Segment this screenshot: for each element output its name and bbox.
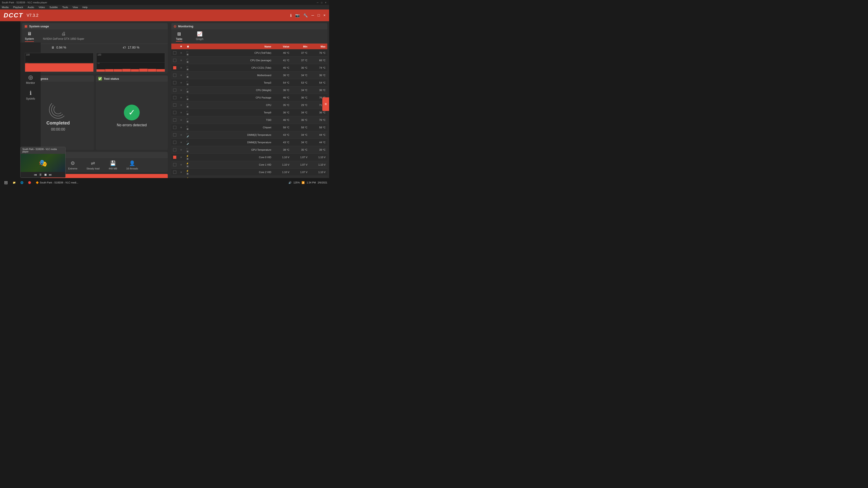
row-star[interactable]: ★ <box>178 154 184 161</box>
checkbox-3[interactable] <box>173 74 176 77</box>
cpu-option-steady-load[interactable]: ⇌ Steady load <box>86 160 99 170</box>
star-icon-9[interactable]: ★ <box>180 119 182 122</box>
close-app-btn[interactable]: × <box>323 13 326 18</box>
row-checkbox[interactable] <box>171 131 178 139</box>
row-star[interactable]: ★ <box>178 87 184 94</box>
star-icon-3[interactable]: ★ <box>180 74 182 77</box>
row-star[interactable]: ★ <box>178 101 184 109</box>
checkbox-9[interactable] <box>173 119 176 122</box>
taskbar-edge[interactable]: 🌐 <box>19 178 25 187</box>
star-icon-11[interactable]: ★ <box>180 133 182 136</box>
tab-graph[interactable]: 📈 Graph <box>196 31 204 41</box>
maximize-btn[interactable]: □ <box>320 1 323 4</box>
checkbox-1[interactable] <box>173 59 176 62</box>
star-icon-2[interactable]: ★ <box>180 66 182 69</box>
tab-system[interactable]: 🖥 System <box>25 31 34 42</box>
star-icon-14[interactable]: ★ <box>180 156 182 159</box>
checkbox-13[interactable] <box>173 148 176 151</box>
row-checkbox[interactable] <box>171 161 178 168</box>
row-checkbox[interactable] <box>171 94 178 101</box>
vlc-stop-btn[interactable]: ⏹ <box>44 173 47 176</box>
start-menu-btn[interactable]: ⊞ <box>2 178 10 187</box>
row-star[interactable]: ★ <box>178 49 184 57</box>
star-icon-6[interactable]: ★ <box>180 96 182 99</box>
vlc-pause-btn[interactable]: ⏸ <box>39 173 42 176</box>
row-checkbox[interactable] <box>171 154 178 161</box>
red-side-tab[interactable]: ≡ <box>322 97 329 111</box>
star-icon-4[interactable]: ★ <box>180 81 182 84</box>
taskbar-dcct[interactable]: 🔴 <box>26 178 33 187</box>
star-icon-13[interactable]: ★ <box>180 148 182 151</box>
cpu-option-memory[interactable]: 💾 448 MB <box>108 160 117 170</box>
row-star[interactable]: ★ <box>178 79 184 87</box>
info-icon[interactable]: ℹ <box>290 13 291 18</box>
row-checkbox[interactable] <box>171 146 178 154</box>
close-btn[interactable]: × <box>324 1 327 4</box>
menu-playback[interactable]: Playback <box>12 6 24 8</box>
row-star[interactable]: ★ <box>178 161 184 168</box>
checkbox-2[interactable] <box>173 66 176 69</box>
menu-subtitle[interactable]: Subtitle <box>49 6 59 8</box>
checkbox-6[interactable] <box>173 96 176 99</box>
row-checkbox[interactable] <box>171 64 178 72</box>
row-star[interactable]: ★ <box>178 131 184 139</box>
star-icon-1[interactable]: ★ <box>180 59 182 62</box>
checkbox-7[interactable] <box>173 103 176 107</box>
row-star[interactable]: ★ <box>178 64 184 72</box>
sidebar-item-sysinfo[interactable]: ℹ SysInfo <box>22 88 39 103</box>
menu-tools[interactable]: Tools <box>61 6 69 8</box>
checkbox-10[interactable] <box>173 126 176 129</box>
minimize-btn[interactable]: ─ <box>316 1 319 4</box>
row-star[interactable]: ★ <box>178 72 184 79</box>
checkbox-5[interactable] <box>173 89 176 92</box>
maximize-app-btn[interactable]: □ <box>318 13 320 18</box>
row-checkbox[interactable] <box>171 168 178 176</box>
menu-audio[interactable]: Audio <box>27 6 35 8</box>
row-star[interactable]: ★ <box>178 146 184 154</box>
row-star[interactable]: ★ <box>178 139 184 146</box>
star-icon-7[interactable]: ★ <box>180 103 182 107</box>
row-checkbox[interactable] <box>171 101 178 109</box>
row-checkbox[interactable] <box>171 72 178 79</box>
row-checkbox[interactable] <box>171 79 178 87</box>
row-star[interactable]: ★ <box>178 124 184 131</box>
tab-table[interactable]: ⊞ Table <box>176 31 182 41</box>
star-icon-10[interactable]: ★ <box>180 126 182 129</box>
sidebar-item-monitor[interactable]: ◎ Monitor <box>22 72 39 87</box>
menu-help[interactable]: Help <box>82 6 89 8</box>
tab-gpu[interactable]: 🖨 NVIDIA GeForce GTX 1650 Super <box>43 31 84 42</box>
taskbar-vlc[interactable]: 🔶 South Park - S10E08 - VLC medi... <box>34 178 80 187</box>
checkbox-11[interactable] <box>173 133 176 136</box>
star-icon-16[interactable]: ★ <box>180 170 182 174</box>
row-star[interactable]: ★ <box>178 109 184 116</box>
star-icon-8[interactable]: ★ <box>180 111 182 114</box>
row-checkbox[interactable] <box>171 57 178 64</box>
minimize-app-btn[interactable]: ─ <box>311 13 314 18</box>
cpu-option-extreme[interactable]: ⚙ Extreme <box>68 160 77 170</box>
settings-icon[interactable]: 🔧 <box>303 13 308 18</box>
menu-view[interactable]: View <box>72 6 79 8</box>
row-star[interactable]: ★ <box>178 57 184 64</box>
checkbox-4[interactable] <box>173 81 176 84</box>
checkbox-8[interactable] <box>173 111 176 114</box>
star-icon-5[interactable]: ★ <box>180 89 182 92</box>
vlc-prev-btn[interactable]: ⏮ <box>34 173 37 176</box>
row-star[interactable]: ★ <box>178 116 184 124</box>
star-icon-12[interactable]: ★ <box>180 141 182 144</box>
cpu-option-threads[interactable]: 👤 16 threads <box>126 160 138 170</box>
row-checkbox[interactable] <box>171 116 178 124</box>
checkbox-16[interactable] <box>173 170 176 174</box>
row-checkbox[interactable] <box>171 87 178 94</box>
checkbox-12[interactable] <box>173 141 176 144</box>
row-star[interactable]: ★ <box>178 168 184 176</box>
vlc-next-btn[interactable]: ⏭ <box>49 173 52 176</box>
star-icon-0[interactable]: ★ <box>180 51 182 55</box>
row-checkbox[interactable] <box>171 139 178 146</box>
checkbox-15[interactable] <box>173 163 176 166</box>
row-checkbox[interactable] <box>171 49 178 57</box>
screenshot-icon[interactable]: 📷 <box>295 13 300 18</box>
star-icon-15[interactable]: ★ <box>180 163 182 166</box>
row-checkbox[interactable] <box>171 109 178 116</box>
row-star[interactable]: ★ <box>178 94 184 101</box>
taskbar-explorer[interactable]: 📁 <box>11 178 18 187</box>
